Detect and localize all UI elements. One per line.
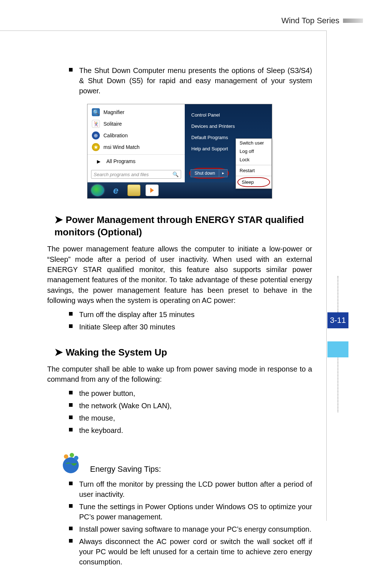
bullet-text: Install power saving software to manage …	[79, 524, 311, 534]
start-item-solitaire[interactable]: 🃏 Solitaire	[87, 118, 185, 130]
triangle-right-icon: ▶	[95, 159, 103, 164]
list-item: Install power saving software to manage …	[69, 524, 312, 534]
bullet-text: Turn off the display after 15 minutes	[79, 309, 195, 320]
list-item: the mouse,	[69, 413, 312, 423]
square-bullet-icon	[69, 428, 73, 431]
start-button-icon[interactable]	[91, 184, 104, 196]
list-item: Turn off the display after 15 minutes	[69, 309, 312, 320]
ie-icon[interactable]: e	[109, 184, 122, 196]
list-item: the network (Wake On LAN),	[69, 401, 312, 411]
search-placeholder: Search programs and files	[94, 172, 172, 177]
square-bullet-icon	[69, 482, 73, 485]
header-title: Wind Top Series	[281, 16, 339, 25]
svg-point-2	[70, 453, 74, 457]
section2-title: Waking the System Up	[66, 347, 167, 358]
square-bullet-icon	[69, 415, 73, 419]
start-menu-right-pane: Control Panel Devices and Printers Defau…	[185, 104, 272, 182]
section-heading-waking: ➤Waking the System Up	[54, 346, 312, 359]
list-item: Always disconnect the AC power cord or s…	[69, 536, 312, 567]
square-bullet-icon	[69, 539, 73, 543]
start-menu-screenshot: 🔍 Magnifier 🃏 Solitaire ⊕ Calibration ★ …	[87, 104, 272, 199]
bullet-text: Always disconnect the AC power cord or s…	[79, 536, 312, 567]
shutdown-button[interactable]: Shut down	[191, 169, 219, 177]
bullet-text: Initiate Sleep after 30 minutes	[79, 322, 175, 332]
start-item-calibration[interactable]: ⊕ Calibration	[87, 130, 185, 141]
magnifier-icon: 🔍	[92, 108, 100, 116]
dotted-line-icon	[338, 358, 338, 412]
section2-paragraph: The computer shall be able to wake up fr…	[47, 364, 312, 385]
all-programs-label: All Programs	[106, 158, 135, 164]
all-programs-item[interactable]: ▶ All Programs	[87, 154, 185, 168]
media-player-icon[interactable]	[146, 184, 159, 196]
dotted-line-icon	[338, 276, 338, 312]
square-bullet-icon	[69, 504, 73, 508]
calibration-icon: ⊕	[92, 131, 100, 139]
square-bullet-icon	[69, 527, 73, 530]
section1-title: Power Management through ENERGY STAR qua…	[54, 214, 304, 238]
right-rule	[326, 31, 327, 521]
popup-lock[interactable]: Lock	[236, 155, 271, 164]
popup-restart[interactable]: Restart	[236, 166, 271, 175]
list-item: Initiate Sleep after 30 minutes	[69, 322, 312, 332]
page-accent-tab	[327, 341, 348, 357]
start-item-wind-match[interactable]: ★ msi Wind Match	[87, 141, 185, 153]
explorer-icon[interactable]	[127, 184, 140, 196]
start-item-label: Calibration	[103, 133, 128, 138]
start-item-label: Magnifier	[103, 109, 124, 115]
square-bullet-icon	[69, 312, 73, 316]
intro-bullet-row: The Shut Down Computer menu presents the…	[69, 65, 312, 96]
popup-sleep-highlight[interactable]: Sleep	[237, 177, 270, 187]
page-header: Wind Top Series	[281, 16, 363, 25]
section-arrow-icon: ➤	[54, 346, 63, 358]
globe-people-icon	[58, 450, 83, 475]
right-link-control-panel[interactable]: Control Panel	[191, 109, 272, 121]
start-item-magnifier[interactable]: 🔍 Magnifier	[87, 106, 185, 118]
start-menu-left-pane: 🔍 Magnifier 🃏 Solitaire ⊕ Calibration ★ …	[87, 104, 185, 182]
energy-tips-heading-row: Energy Saving Tips:	[47, 450, 312, 475]
search-programs-input[interactable]: Search programs and files 🔍	[91, 170, 181, 179]
list-item: Turn off the monitor by pressing the LCD…	[69, 479, 312, 499]
popup-separator	[236, 165, 271, 165]
square-bullet-icon	[69, 391, 73, 394]
popup-log-off[interactable]: Log off	[236, 147, 271, 155]
solitaire-icon: 🃏	[92, 120, 100, 128]
search-icon: 🔍	[172, 171, 179, 177]
square-bullet-icon	[69, 324, 73, 328]
section-arrow-icon: ➤	[54, 214, 63, 225]
top-rule	[0, 31, 327, 31]
popup-separator	[236, 176, 271, 176]
section1-paragraph: The power management feature allows the …	[47, 244, 312, 305]
svg-point-3	[74, 456, 78, 460]
bullet-text: the keyboard.	[79, 425, 123, 435]
energy-tips-title: Energy Saving Tips:	[90, 465, 161, 474]
list-item: the keyboard.	[69, 425, 312, 435]
popup-switch-user[interactable]: Switch user	[236, 139, 271, 147]
svg-point-1	[64, 454, 68, 459]
shutdown-button-highlight: Shut down ▸	[189, 168, 229, 179]
page-number-tab: 3-11	[327, 312, 348, 328]
intro-text: The Shut Down Computer menu presents the…	[79, 65, 312, 96]
bullet-text: Turn off the monitor by pressing the LCD…	[79, 479, 312, 499]
bullet-text: the network (Wake On LAN),	[79, 401, 172, 411]
list-item: Tune the settings in Power Options under…	[69, 502, 312, 522]
bullet-text: Tune the settings in Power Options under…	[79, 502, 312, 522]
start-item-label: Solitaire	[103, 121, 122, 127]
start-menu: 🔍 Magnifier 🃏 Solitaire ⊕ Calibration ★ …	[87, 104, 272, 182]
square-bullet-icon	[69, 68, 73, 72]
header-bar-icon	[343, 19, 363, 23]
start-item-label: msi Wind Match	[103, 144, 140, 150]
right-link-devices[interactable]: Devices and Printers	[191, 121, 272, 132]
section-heading-power-management: ➤Power Management through ENERGY STAR qu…	[54, 213, 312, 239]
bullet-text: the mouse,	[79, 413, 115, 423]
wind-match-icon: ★	[92, 143, 100, 151]
page-content: The Shut Down Computer menu presents the…	[47, 65, 312, 569]
shutdown-popup-menu: Switch user Log off Lock Restart Sleep	[236, 138, 272, 189]
square-bullet-icon	[69, 403, 73, 407]
bullet-text: the power button,	[79, 388, 135, 398]
list-item: the power button,	[69, 388, 312, 398]
shutdown-arrow-button[interactable]: ▸	[219, 169, 228, 177]
